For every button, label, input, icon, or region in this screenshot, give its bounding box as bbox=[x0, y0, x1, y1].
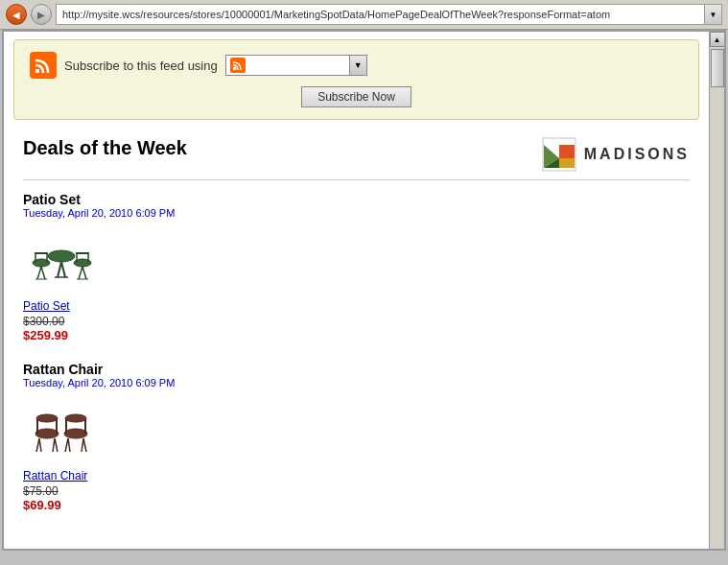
scroll-up-button[interactable]: ▲ bbox=[710, 32, 725, 47]
feed-select-inner[interactable] bbox=[225, 55, 350, 76]
address-bar-go[interactable]: ▼ bbox=[705, 4, 722, 25]
patio-set-link[interactable]: Patio Set bbox=[23, 299, 690, 313]
svg-line-14 bbox=[41, 267, 45, 279]
browser-chrome: ◀ ▶ ▼ bbox=[0, 0, 728, 30]
svg-point-34 bbox=[64, 429, 87, 438]
product-title-rattan: Rattan Chair bbox=[23, 362, 690, 377]
page-title: Deals of the Week bbox=[23, 137, 187, 159]
svg-line-9 bbox=[58, 262, 61, 277]
forward-button[interactable]: ▶ bbox=[31, 4, 52, 25]
scrollbar[interactable]: ▲ bbox=[709, 32, 724, 549]
svg-line-33 bbox=[53, 438, 55, 452]
svg-rect-0 bbox=[35, 69, 39, 73]
product-date-patio: Tuesday, April 20, 2010 6:09 PM bbox=[23, 207, 690, 219]
svg-line-40 bbox=[68, 438, 70, 452]
svg-line-20 bbox=[79, 267, 82, 279]
scroll-thumb[interactable] bbox=[711, 49, 724, 87]
deals-header: Deals of the Week bbox=[23, 137, 690, 180]
feed-rss-small-icon bbox=[230, 58, 246, 73]
svg-line-10 bbox=[61, 262, 65, 277]
svg-line-32 bbox=[39, 438, 41, 452]
subscribe-btn-row: Subscribe Now bbox=[30, 86, 683, 107]
svg-marker-5 bbox=[559, 158, 575, 168]
svg-marker-4 bbox=[559, 145, 575, 158]
subscribe-row: Subscribe to this feed using ▼ bbox=[30, 52, 683, 79]
address-bar[interactable] bbox=[56, 4, 705, 25]
rattan-chair-link[interactable]: Rattan Chair bbox=[23, 469, 690, 483]
page-content: Subscribe to this feed using ▼ bbox=[4, 32, 709, 549]
address-bar-container: ▼ bbox=[56, 4, 722, 25]
svg-point-26 bbox=[35, 429, 59, 438]
feed-dropdown-button[interactable]: ▼ bbox=[350, 55, 367, 76]
rattan-sale-price: $69.99 bbox=[23, 498, 690, 512]
nav-bar: ◀ ▶ ▼ bbox=[0, 0, 728, 29]
madisons-logo: MADISONS bbox=[542, 137, 690, 172]
product-title-patio: Patio Set bbox=[23, 192, 690, 207]
svg-line-13 bbox=[37, 267, 41, 279]
patio-original-price: $300.00 bbox=[23, 315, 690, 328]
madisons-m-icon bbox=[542, 137, 576, 172]
svg-point-37 bbox=[65, 414, 86, 422]
svg-point-29 bbox=[36, 414, 58, 422]
subscribe-now-button[interactable]: Subscribe Now bbox=[301, 86, 411, 107]
browser-window: Subscribe to this feed using ▼ bbox=[2, 30, 726, 551]
rattan-chair-image bbox=[23, 396, 100, 463]
list-item: Patio Set Tuesday, April 20, 2010 6:09 P… bbox=[23, 192, 690, 342]
list-item: Rattan Chair Tuesday, April 20, 2010 6:0… bbox=[23, 362, 690, 512]
rattan-original-price: $75.00 bbox=[23, 484, 690, 498]
main-content: Deals of the Week bbox=[4, 128, 709, 541]
svg-point-8 bbox=[48, 250, 75, 262]
svg-line-21 bbox=[82, 267, 86, 279]
product-date-rattan: Tuesday, April 20, 2010 6:09 PM bbox=[23, 377, 690, 388]
subscribe-section: Subscribe to this feed using ▼ bbox=[13, 39, 699, 120]
madisons-brand-text: MADISONS bbox=[584, 146, 690, 163]
back-button[interactable]: ◀ bbox=[6, 4, 27, 25]
patio-sale-price: $259.99 bbox=[23, 328, 690, 342]
rss-icon bbox=[30, 52, 57, 79]
svg-rect-1 bbox=[233, 67, 236, 70]
svg-line-41 bbox=[82, 438, 83, 452]
patio-set-image bbox=[23, 226, 100, 294]
subscribe-label: Subscribe to this feed using bbox=[64, 59, 218, 73]
feed-select-container: ▼ bbox=[225, 55, 367, 76]
